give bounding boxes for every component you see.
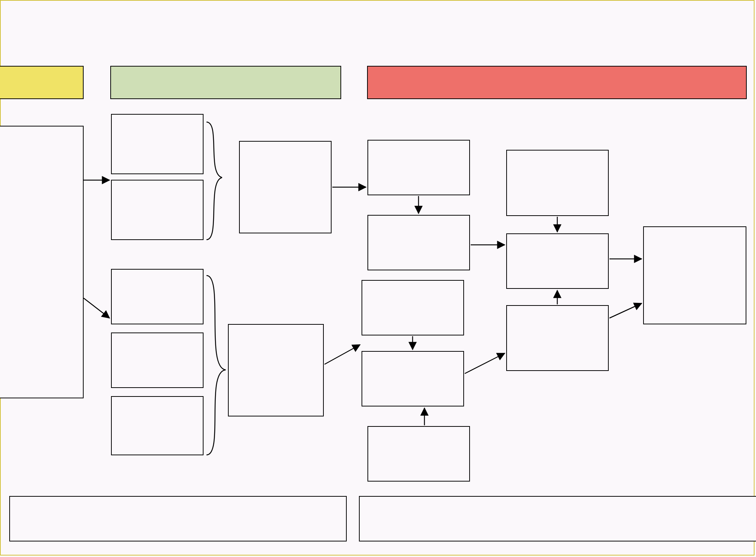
node-merge-bot (228, 324, 324, 416)
node-bot-a (111, 269, 204, 324)
node-col3-bot2 (362, 351, 464, 406)
node-col4-top (506, 150, 609, 216)
node-col3-bot3 (367, 426, 470, 482)
node-col3-top (367, 140, 470, 195)
header-band-red (367, 66, 747, 99)
node-bot-b (111, 332, 204, 388)
node-source (0, 126, 84, 398)
header-band-yellow (0, 66, 84, 99)
header-band-green (110, 66, 341, 99)
node-merge-top (239, 141, 332, 233)
node-top-a (111, 114, 204, 174)
node-col4-bot (506, 305, 609, 371)
node-col4-mid (506, 233, 609, 289)
node-footer-left (9, 496, 347, 541)
node-result-top (643, 226, 746, 324)
node-top-b (111, 180, 204, 240)
node-bot-c (111, 396, 204, 455)
node-col3-mid (367, 215, 470, 270)
node-footer-right (359, 496, 756, 541)
node-col3-bot1 (362, 280, 464, 335)
